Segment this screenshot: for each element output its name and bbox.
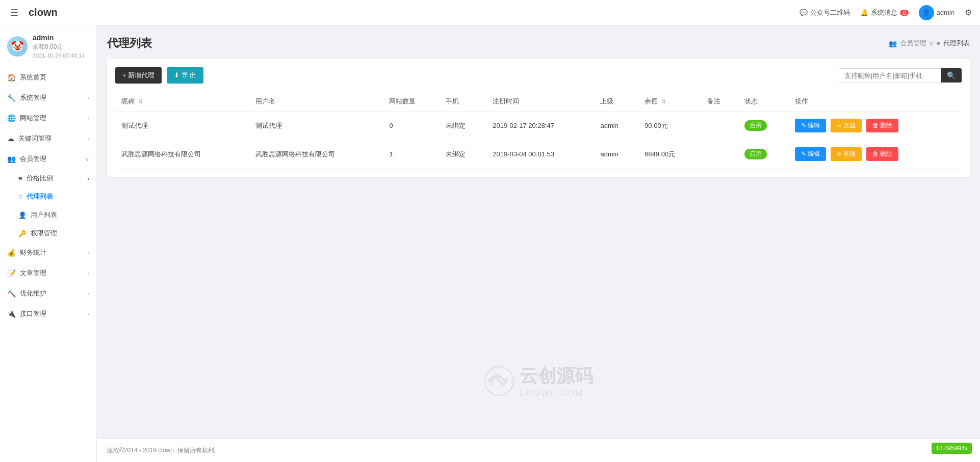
user-icon: 👤 [18,211,27,219]
sidebar-label-website: 网站管理 [20,114,87,123]
sidebar-item-system[interactable]: 🔧 系统管理 › [0,88,96,108]
cell-site-count: 1 [383,140,440,169]
user-details: admin 余额0.00元 2021-10-26 07:48:14 [33,34,85,59]
chevron-right-icon: › [87,270,89,276]
sidebar-label-optimize: 优化维护 [20,289,87,298]
float-badge: 18.895994s [932,443,972,454]
sidebar-item-website[interactable]: 🌐 网站管理 › [0,108,96,128]
col-username: 用户名 [249,92,383,112]
sidebar-item-api[interactable]: 🔌 接口管理 › [0,304,96,324]
cell-reg-time: 2019-02-17 20:28:47 [486,112,594,140]
watermark-logo [484,366,514,396]
system-msg-label: 系统消息 [871,8,897,17]
cell-remark [701,112,738,140]
finance-icon: 💰 [7,249,16,257]
hamburger-button[interactable]: ☰ [8,5,20,20]
sidebar-item-home[interactable]: 🏠 系统首页 [0,67,96,88]
sidebar-label-agent: 代理列表 [27,192,53,201]
header-right: 💬 公众号二维码 🔔 系统消息 0 👤 admin ⚙ [800,5,972,20]
sidebar-item-user[interactable]: 👤 用户列表 [0,206,96,224]
sidebar-label-member: 会员管理 [20,154,85,164]
recharge-button[interactable]: ⊙ 充值 [831,119,862,132]
sidebar-item-finance[interactable]: 💰 财务统计 › [0,242,96,263]
search-input[interactable] [839,68,941,83]
user-info: 🤡 admin 余额0.00元 2021-10-26 07:48:14 [0,25,96,67]
sidebar-label-home: 系统首页 [20,73,89,82]
system-icon: 🔧 [7,94,16,102]
wechat-qr-label: 公众号二维码 [810,8,850,17]
sidebar-label-article: 文章管理 [20,268,87,278]
table-row: 测试代理 测试代理 0 未绑定 2019-02-17 20:28:47 admi… [115,112,962,140]
hamburger-icon: ☰ [10,8,18,18]
toolbar: + 新增代理 ⬇ 导 出 🔍 [115,67,962,84]
sidebar-item-keyword[interactable]: ☁ 关键词管理 › [0,128,96,149]
breadcrumb-separator: > [930,40,934,47]
content-area: 代理列表 👥 会员管理 > ≡ 代理列表 + 新增代理 [97,25,980,439]
page-header: 代理列表 👥 会员管理 > ≡ 代理列表 [107,36,970,51]
col-nickname[interactable]: 昵称 ⇅ [115,92,249,112]
cell-username: 武胜思源网络科技有限公司 [249,140,383,169]
settings-button[interactable]: ⚙ [965,8,972,17]
col-remark: 备注 [701,92,738,112]
sidebar-label-user: 用户列表 [31,210,57,220]
toolbar-left: + 新增代理 ⬇ 导 出 [115,67,203,84]
member-icon: 👥 [7,155,16,163]
status-badge: 启用 [744,120,767,131]
delete-button[interactable]: 🗑 删除 [866,119,898,132]
sidebar-label-finance: 财务统计 [20,248,87,257]
nav-menu: 🏠 系统首页 🔧 系统管理 › 🌐 网站管理 › ☁ 关键词管理 › [0,67,96,462]
breadcrumb-parent: 会员管理 [900,39,926,48]
sidebar-label-system: 系统管理 [20,93,87,102]
breadcrumb-parent-icon: 👥 [889,40,897,47]
sidebar-label-keyword: 关键词管理 [18,134,87,143]
sidebar-item-permission[interactable]: 🔑 权限管理 [0,224,96,242]
delete-button[interactable]: 🗑 删除 [866,147,898,161]
sidebar-item-member[interactable]: 👥 会员管理 ∨ [0,149,96,169]
cell-parent: admin [594,140,638,169]
user-name: admin [33,34,85,42]
permission-icon: 🔑 [18,230,27,237]
edit-button[interactable]: ✎ 编辑 [795,147,826,161]
watermark: 云创源码 LOOWP.COM [484,364,593,398]
admin-label: admin [937,9,955,16]
cell-reg-time: 2019-03-04 00:01:53 [486,140,594,169]
float-value: 18.895994s [936,445,968,452]
edit-button[interactable]: ✎ 编辑 [795,119,826,132]
avatar-icon: 👤 [922,9,931,16]
sidebar-item-article[interactable]: 📝 文章管理 › [0,263,96,283]
sort-icon: ⇅ [661,98,666,104]
sidebar-item-optimize[interactable]: 🔨 优化维护 › [0,283,96,304]
settings-icon: ⚙ [965,8,972,17]
table-card: + 新增代理 ⬇ 导 出 🔍 [107,59,970,177]
cell-phone: 未绑定 [440,112,486,140]
recharge-button[interactable]: ⊙ 充值 [831,147,862,161]
export-button[interactable]: ⬇ 导 出 [167,67,203,84]
user-balance: 余额0.00元 [33,43,85,51]
col-reg-time: 注册时间 [486,92,594,112]
chevron-right-icon: › [87,95,89,101]
user-date: 2021-10-26 07:48:14 [33,52,85,59]
keyword-icon: ☁ [7,134,14,143]
watermark-sub: LOOWP.COM [520,389,593,398]
col-phone: 手机 [440,92,486,112]
message-icon: 🔔 [860,9,868,16]
svg-point-0 [485,367,513,395]
col-balance[interactable]: 余额 ⇅ [638,92,701,112]
add-agent-button[interactable]: + 新增代理 [115,67,162,84]
sidebar: 🤡 admin 余额0.00元 2021-10-26 07:48:14 🏠 系统… [0,25,97,462]
sort-icon: ⇅ [138,98,143,104]
col-status: 状态 [738,92,789,112]
sidebar-item-agent[interactable]: ≡ 代理列表 [0,187,96,206]
system-msg-button[interactable]: 🔔 系统消息 0 [860,8,908,17]
main-content: 代理列表 👥 会员管理 > ≡ 代理列表 + 新增代理 [97,25,980,462]
sidebar-item-price[interactable]: ≡ 价格比例 › [0,169,96,187]
search-button[interactable]: 🔍 [941,68,962,83]
admin-profile[interactable]: 👤 admin [919,5,955,20]
sidebar-label-api: 接口管理 [20,309,87,318]
home-icon: 🏠 [7,73,16,81]
article-icon: 📝 [7,269,16,277]
avatar: 👤 [919,5,934,20]
website-icon: 🌐 [7,114,16,122]
wechat-qr-button[interactable]: 💬 公众号二维码 [800,8,850,17]
cell-username: 测试代理 [249,112,383,140]
